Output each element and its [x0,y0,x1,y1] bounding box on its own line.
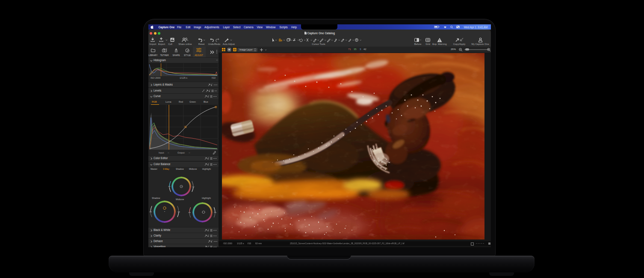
svg-text:0: 0 [166,48,167,50]
